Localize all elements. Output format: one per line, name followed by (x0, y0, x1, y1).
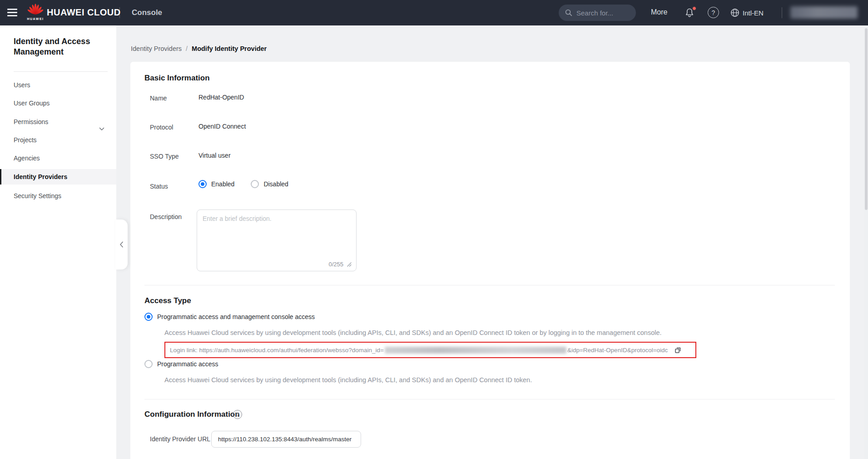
status-enabled-label: Enabled (211, 180, 234, 188)
basic-information-title: Basic Information (144, 74, 210, 83)
access-option-2-description: Access Huawei Cloud services by using de… (164, 376, 532, 384)
access-option-1-radio[interactable] (144, 313, 153, 321)
domain-id-redacted (385, 347, 566, 354)
globe-icon (730, 8, 740, 18)
more-menu[interactable]: More (651, 8, 667, 16)
status-disabled-radio[interactable] (251, 180, 259, 188)
breadcrumb-identity-providers[interactable]: Identity Providers (131, 45, 182, 52)
language-label: Intl-EN (743, 9, 764, 17)
header-divider (119, 7, 120, 18)
description-label: Description (150, 213, 182, 220)
page-scrollbar-thumb[interactable] (865, 28, 868, 210)
brand-title: HUAWEI CLOUD (47, 7, 121, 18)
sidebar-item-user-groups[interactable]: User Groups (0, 95, 116, 112)
search-placeholder: Search for... (576, 9, 613, 17)
name-label: Name (150, 95, 167, 102)
access-option-1-description: Access Huawei Cloud services by using de… (164, 329, 662, 336)
iam-sidebar: Identity and Access Management Users Use… (0, 25, 116, 459)
access-option-1: Programmatic access and management conso… (144, 313, 315, 321)
section-divider-1 (144, 285, 835, 285)
protocol-label: Protocol (150, 124, 173, 131)
huawei-flower-icon (27, 3, 44, 15)
breadcrumb: Identity Providers / Modify Identity Pro… (131, 45, 267, 52)
status-disabled-label: Disabled (263, 180, 288, 188)
sidebar-title: Identity and Access Management (14, 36, 98, 57)
access-option-2-label: Programmatic access (157, 360, 218, 368)
sidebar-item-identity-providers[interactable]: Identity Providers (0, 169, 116, 185)
status-enabled-radio[interactable] (198, 180, 207, 188)
access-option-2-radio[interactable] (144, 360, 153, 368)
identity-provider-url-label: Identity Provider URL (150, 435, 210, 443)
protocol-value: OpenID Connect (198, 123, 246, 130)
configuration-information-title: Configuration Information (144, 410, 240, 419)
status-radio-group: Enabled Disabled (198, 180, 288, 188)
resize-handle-icon[interactable] (347, 262, 352, 267)
notifications-bell-icon[interactable] (684, 7, 695, 20)
identity-provider-url-value: https://110.238.102.135:8443/auth/realms… (218, 436, 352, 443)
sso-type-label: SSO Type (150, 153, 179, 160)
name-value: RedHat-OpenID (198, 94, 244, 101)
login-link-prefix: Login link: https://auth.huaweicloud.com… (170, 347, 384, 354)
identity-provider-url-input[interactable]: https://110.238.102.135:8443/auth/realms… (211, 431, 361, 448)
console-link[interactable]: Console (132, 8, 162, 17)
configuration-help-icon[interactable]: ? (233, 410, 242, 419)
breadcrumb-separator: / (186, 45, 188, 52)
sidebar-item-users[interactable]: Users (0, 76, 116, 94)
access-option-1-label: Programmatic access and management conso… (157, 313, 315, 320)
description-textarea[interactable]: Enter a brief description. 0/255 (197, 210, 357, 271)
access-type-title: Access Type (144, 296, 191, 305)
header-divider-2 (782, 7, 782, 18)
copy-login-link-button[interactable] (674, 346, 682, 354)
search-icon (565, 9, 572, 16)
char-counter: 0/255 (328, 261, 343, 268)
account-name-redacted[interactable] (790, 6, 858, 19)
status-label: Status (150, 183, 168, 190)
description-placeholder: Enter a brief description. (203, 215, 272, 222)
top-header-bar: HUAWEI HUAWEI CLOUD Console Search for..… (0, 0, 868, 25)
section-divider-2 (144, 399, 835, 399)
huawei-cloud-console: HUAWEI HUAWEI CLOUD Console Search for..… (0, 0, 868, 459)
page-title: Modify Identity Provider (192, 45, 267, 52)
login-link-suffix: &idp=RedHat-OpenID&protocol=oidc (567, 347, 668, 354)
sidebar-item-projects[interactable]: Projects (0, 131, 116, 149)
chevron-left-icon (119, 241, 124, 248)
sidebar-collapse-handle[interactable] (115, 220, 128, 269)
access-option-2: Programmatic access (144, 360, 218, 368)
language-selector[interactable]: Intl-EN (730, 8, 764, 18)
notification-dot (692, 6, 696, 10)
sidebar-item-permissions[interactable]: Permissions (0, 113, 116, 130)
page-scrollbar-track (864, 25, 868, 459)
global-search-input[interactable]: Search for... (559, 5, 636, 21)
copy-icon (674, 346, 682, 354)
help-icon[interactable]: ? (708, 7, 719, 18)
login-link-highlight: Login link: https://auth.huaweicloud.com… (164, 342, 696, 358)
hamburger-menu-icon[interactable] (7, 9, 17, 16)
sso-type-value: Virtual user (198, 152, 231, 159)
modify-identity-provider-card: Basic Information Name RedHat-OpenID Pro… (130, 62, 850, 459)
huawei-logo-word: HUAWEI (26, 17, 45, 20)
sidebar-item-security-settings[interactable]: Security Settings (0, 187, 116, 205)
sidebar-divider (14, 71, 108, 72)
sidebar-item-agencies[interactable]: Agencies (0, 150, 116, 167)
huawei-logo[interactable]: HUAWEI (26, 3, 45, 20)
